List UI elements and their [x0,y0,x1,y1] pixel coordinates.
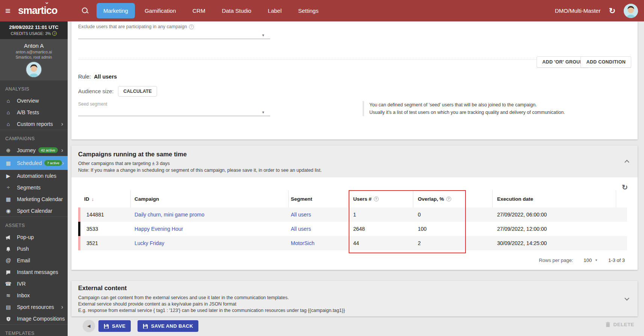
add-condition-button[interactable]: ADD CONDITION [581,56,631,68]
help-icon[interactable]: ? [189,24,194,29]
column-header-overlap[interactable]: Overlap, % ? [413,190,466,207]
sidebar-item-marketing-calendar[interactable]: ▦ Marketing Calendar [0,193,68,205]
workspace-selector[interactable]: DMO/Multi-Master [555,8,601,14]
sidebar-item-journey[interactable]: ⊕ Journey 42 active › [0,144,68,156]
back-button[interactable]: ◀ [83,320,95,332]
sidebar-item-label: Image Compositions [17,316,65,322]
campaigns-running-header: Campaigns running at the same time Other… [71,145,638,177]
sidebar-item-scheduled[interactable]: ▦ Scheduled 7 active › [0,156,68,170]
rows-per-page-select[interactable]: 100 ▼ [584,257,598,263]
tab-settings[interactable]: Settings [292,3,325,18]
campaigns-running-note: Note: If you make a change in scheduling… [78,168,322,173]
cell-users: 1 [349,207,413,222]
sort-desc-icon: ↓ [92,196,94,202]
sidebar-item-sport-calendar[interactable]: ◉ Sport Calendar [0,205,68,216]
cell-id: 3521 [82,236,131,250]
sidebar-item-label: Segments [17,185,41,191]
segment-link[interactable]: All users [291,212,311,218]
sidebar-item-label: Marketing Calendar [17,196,63,202]
collapse-chevron-up-icon[interactable] [624,160,629,165]
sidebar-item-label: Sport resources [17,304,54,310]
calculate-button[interactable]: CALCULATE [118,86,157,97]
delete-button-label: DELETE [613,322,634,327]
ball-icon: ◉ [5,208,12,214]
column-header-campaign[interactable]: Campaign [131,190,289,207]
svg-text:5: 5 [8,317,9,320]
delete-button[interactable]: DELETE [605,322,634,327]
cell-execution-date: 30/09/2022, 14:25:00 [493,236,616,250]
rule-label: Rule: [78,74,91,80]
table-row[interactable]: 3521 Lucky Friday MotorSich 44 2 30/09/2… [78,236,627,250]
sidebar-item-email[interactable]: @ Email [0,254,68,266]
tab-gamification[interactable]: Gamification [138,3,183,18]
tab-marketing[interactable]: Marketing [97,3,135,18]
campaign-link[interactable]: Lucky Friday [135,240,164,246]
sidebar: 29/09/2022 11:01 UTC CREDITS USAGE: 3% ?… [0,21,68,336]
column-header-end-spacer [616,190,627,207]
seed-segment-select[interactable]: ▼ [78,109,270,116]
save-and-back-button[interactable]: SAVE AND BACK [138,320,198,332]
column-label: Campaign [135,196,159,202]
sidebar-item-push[interactable]: Push [0,243,68,254]
refresh-icon[interactable]: ↻ [609,7,615,15]
user-name: Anton A [0,42,68,49]
exclude-users-select[interactable]: ▼ [78,32,270,39]
sidebar-item-ivr[interactable]: ☎ IVR [0,278,68,289]
tab-label[interactable]: Label [261,3,289,18]
table-row[interactable]: 3533 Happy Evening Hour All users 2648 1… [78,222,627,236]
trash-icon [605,322,611,327]
sidebar-item-custom-reports[interactable]: ⌂ Custom reports › [0,118,68,130]
column-header-segment[interactable]: Segment [289,190,349,207]
sidebar-item-pop-up[interactable]: Pop-up [0,231,68,243]
calendar-icon: ▦ [5,160,12,166]
cell-overlap: 2 [413,236,466,250]
sidebar-item-inbox[interactable]: ≋ Inbox [0,289,68,301]
cell-segment: All users [289,222,349,236]
tab-data-studio[interactable]: Data Studio [215,3,258,18]
campaigns-table: ID ↓ Campaign Segment Users # ? Overlap,… [82,190,627,250]
column-label: Segment [291,196,312,202]
cell-execution-date: 27/09/2022, 12:00:00 [493,222,616,236]
campaign-link[interactable]: Happy Evening Hour [135,226,183,232]
sidebar-item-instant-messages[interactable]: Instant messages [0,266,68,278]
sidebar-item-segments[interactable]: ÷ Segments [0,182,68,193]
column-header-users[interactable]: Users # ? [349,190,413,207]
sidebar-item-ab-tests[interactable]: ⌂ A/B Tests [0,106,68,118]
save-button[interactable]: SAVE [98,320,131,332]
audience-size-label: Audience size: [78,88,113,94]
table-row[interactable]: 144881 Daily churn, mini game promo All … [78,207,627,222]
column-header-execution-date[interactable]: Execution date [493,190,616,207]
tab-crm[interactable]: CRM [186,3,212,18]
brand-accent-mark: ˇ [45,2,48,10]
campaign-link[interactable]: Daily churn, mini game promo [135,212,204,218]
menu-icon[interactable]: ≡ [5,6,11,15]
section-title-analysis: ANALYSIS [0,80,68,95]
campaigns-running-subtitle: Other campaigns that are targeting ± 3 d… [78,161,170,166]
search-icon[interactable] [82,8,88,14]
cell-execution-date: 27/09/2022, 06:00:00 [493,207,616,222]
sidebar-section-campaigns: CAMPAIGNS ⊕ Journey 42 active › ▦ Schedu… [0,130,68,216]
column-header-id[interactable]: ID ↓ [82,190,131,207]
segment-link[interactable]: MotorSich [291,240,314,246]
bell-icon [5,245,12,251]
external-content-line-1: Campaign can get content from the extern… [78,295,289,300]
credits-usage: CREDITS USAGE: 3% ? [0,31,68,36]
expand-chevron-down-icon[interactable] [624,296,629,301]
sidebar-item-sport-resources[interactable]: ▤ Sport resources › [0,301,68,313]
user-role: Smartico, root admin [0,55,68,59]
dropdown-caret-icon: ▼ [262,33,265,37]
sidebar-item-label: Custom reports [17,121,53,127]
active-count-badge: 7 active [44,160,62,166]
top-navbar: ≡ smartico ˇ Marketing Gamification CRM … [0,0,644,21]
sidebar-item-automation-rules[interactable]: ▶ Automation rules [0,170,68,182]
segment-link[interactable]: All users [291,226,311,232]
help-icon[interactable]: ? [52,31,57,36]
cell-id: 3533 [82,222,131,236]
sidebar-item-image-compositions[interactable]: 5 Image Compositions [0,313,68,324]
help-icon[interactable]: ? [446,197,451,201]
help-icon[interactable]: ? [374,197,379,201]
sidebar-item-overview[interactable]: ⌂ Overview [0,95,68,106]
sidebar-section-assets: ASSETS Pop-up Push @ Email Instant messa… [0,216,68,324]
user-avatar[interactable] [624,4,638,18]
rows-per-page-label: Rows per page: [539,257,573,263]
